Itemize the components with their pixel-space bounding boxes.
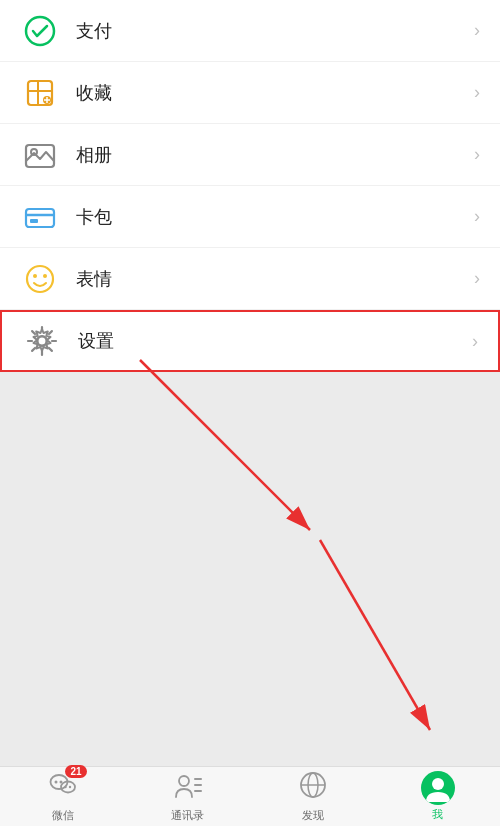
menu-item-album-label: 相册 <box>76 143 466 167</box>
menu-item-settings-label: 设置 <box>78 329 464 353</box>
weixin-icon: 21 <box>49 771 77 806</box>
svg-point-14 <box>43 274 47 278</box>
nav-item-weixin[interactable]: 21 微信 <box>0 767 125 826</box>
svg-point-21 <box>64 785 66 787</box>
menu-item-expression[interactable]: 表情 › <box>0 248 500 310</box>
menu-item-payment-arrow: › <box>474 20 480 41</box>
card-icon <box>20 197 60 237</box>
weixin-badge: 21 <box>65 765 86 778</box>
menu-item-settings[interactable]: 设置 › <box>0 310 500 372</box>
nav-item-discover[interactable]: 发现 <box>250 767 375 826</box>
me-icon <box>421 771 455 805</box>
expression-icon <box>20 259 60 299</box>
menu-item-expression-arrow: › <box>474 268 480 289</box>
svg-point-23 <box>179 776 189 786</box>
svg-point-18 <box>54 780 57 783</box>
nav-item-contacts-label: 通讯录 <box>171 808 204 823</box>
menu-item-favorites-label: 收藏 <box>76 81 466 105</box>
album-icon <box>20 135 60 175</box>
menu-item-card-label: 卡包 <box>76 205 466 229</box>
discover-icon <box>299 771 327 806</box>
nav-item-discover-label: 发现 <box>302 808 324 823</box>
menu-item-favorites-arrow: › <box>474 82 480 103</box>
favorites-icon <box>20 73 60 113</box>
settings-icon <box>22 321 62 361</box>
menu-item-favorites[interactable]: 收藏 › <box>0 62 500 124</box>
svg-point-12 <box>27 266 53 292</box>
svg-point-0 <box>26 17 54 45</box>
payment-icon <box>20 11 60 51</box>
nav-item-me[interactable]: 我 <box>375 767 500 826</box>
menu-item-card[interactable]: 卡包 › <box>0 186 500 248</box>
svg-point-30 <box>432 778 444 790</box>
contacts-icon <box>174 771 202 806</box>
menu-item-settings-arrow: › <box>472 331 478 352</box>
svg-point-16 <box>38 337 47 346</box>
menu-list: 支付 › 收藏 › <box>0 0 500 372</box>
svg-rect-9 <box>26 209 54 227</box>
nav-item-me-label: 我 <box>432 807 443 822</box>
menu-item-album-arrow: › <box>474 144 480 165</box>
menu-item-payment[interactable]: 支付 › <box>0 0 500 62</box>
menu-item-expression-label: 表情 <box>76 267 466 291</box>
svg-point-13 <box>33 274 37 278</box>
svg-rect-11 <box>30 219 38 223</box>
nav-item-weixin-label: 微信 <box>52 808 74 823</box>
nav-item-contacts[interactable]: 通讯录 <box>125 767 250 826</box>
svg-point-22 <box>68 785 70 787</box>
gray-area <box>0 372 500 766</box>
menu-item-payment-label: 支付 <box>76 19 466 43</box>
menu-item-card-arrow: › <box>474 206 480 227</box>
menu-item-album[interactable]: 相册 › <box>0 124 500 186</box>
bottom-nav: 21 微信 通讯录 发现 <box>0 766 500 826</box>
